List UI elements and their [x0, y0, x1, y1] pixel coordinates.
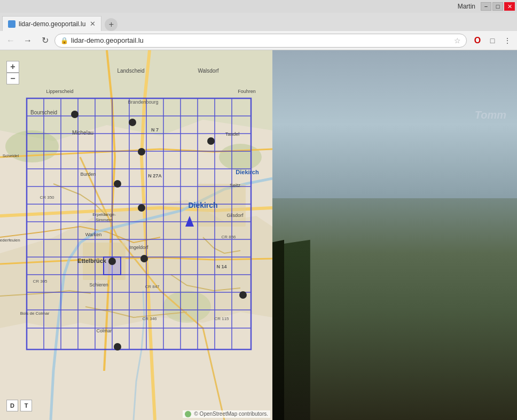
refresh-button[interactable]: ↻ [37, 33, 52, 48]
svg-point-41 [129, 119, 136, 126]
close-button[interactable]: ✕ [504, 2, 515, 11]
svg-text:Seitz: Seitz [230, 183, 241, 188]
maximize-button[interactable]: □ [492, 2, 503, 11]
svg-text:CR 847: CR 847 [145, 284, 160, 289]
svg-point-40 [71, 111, 79, 118]
svg-text:CR 856: CR 856 [221, 235, 236, 239]
bookmark-icon[interactable]: ☆ [454, 36, 461, 45]
svg-point-4 [219, 144, 262, 170]
svg-text:CR 305: CR 305 [33, 279, 48, 284]
tab-favicon [8, 20, 15, 28]
svg-text:CR 346: CR 346 [142, 316, 157, 321]
svg-text:Erpeldange-: Erpeldange- [92, 212, 116, 217]
svg-point-5 [163, 291, 211, 323]
svg-text:Landscheid: Landscheid [117, 68, 144, 74]
svg-point-49 [114, 343, 121, 351]
svg-point-47 [140, 255, 148, 262]
svg-text:Scheidel: Scheidel [3, 153, 19, 158]
tab-title: lidar-demo.geoportail.lu [19, 20, 85, 28]
main-content: POI: Éolienne POI: Station elec. eau for… [0, 50, 517, 420]
address-bar[interactable]: 🔒 lidar-demo.geoportail.lu ☆ [54, 34, 467, 48]
svg-point-46 [108, 258, 116, 265]
zoom-in-button[interactable]: + [6, 61, 19, 73]
svg-text:CR 115: CR 115 [214, 316, 229, 321]
user-name: Martin [458, 3, 475, 10]
map-btn-d[interactable]: D [6, 400, 18, 411]
svg-text:Walsdorf: Walsdorf [198, 68, 218, 74]
svg-text:Gilsdorf: Gilsdorf [226, 213, 244, 218]
nav-bar: ← → ↻ 🔒 lidar-demo.geoportail.lu ☆ O □ ⋮ [0, 31, 517, 50]
svg-text:N 7: N 7 [151, 127, 159, 133]
lock-icon: 🔒 [60, 37, 68, 44]
tab-close-button[interactable]: ✕ [90, 20, 96, 28]
map-attribution: © OpenStreetMap contributors. [183, 410, 270, 418]
svg-point-48 [239, 291, 247, 299]
new-tab-button[interactable]: + [105, 18, 118, 31]
map-btn-t[interactable]: T [20, 400, 32, 411]
svg-text:Bois de Colmar: Bois de Colmar [20, 311, 50, 316]
osm-logo [185, 411, 191, 417]
svg-text:Brandenbourg: Brandenbourg [128, 99, 158, 105]
svg-text:Schieren: Schieren [89, 282, 108, 287]
map-controls: + − [6, 61, 19, 84]
forward-button[interactable]: → [20, 33, 35, 48]
terrain-label-tomm: Tomm [475, 109, 506, 121]
svg-point-44 [114, 180, 121, 188]
active-tab[interactable]: lidar-demo.geoportail.lu ✕ [2, 16, 101, 31]
svg-text:Bourscheid: Bourscheid [30, 110, 57, 115]
svg-text:Diekirch: Diekirch [188, 201, 217, 209]
svg-text:N 27A: N 27A [148, 173, 162, 178]
svg-text:Diekirch: Diekirch [236, 169, 259, 175]
map-panel[interactable]: Landscheid Walsdorf Lipperscheid Fouhren… [0, 50, 272, 420]
minimize-button[interactable]: − [481, 2, 491, 11]
back-button[interactable]: ← [3, 33, 18, 48]
menu-button[interactable]: ⋮ [501, 34, 514, 47]
svg-point-43 [138, 148, 145, 155]
url-text: lidar-demo.geoportail.lu [71, 36, 454, 44]
title-bar: Martin − □ ✕ [0, 0, 517, 13]
svg-text:Fouhren: Fouhren [238, 89, 256, 94]
svg-text:Ingeldorf: Ingeldorf [129, 245, 148, 250]
browser-actions: O □ ⋮ [471, 34, 514, 47]
svg-text:Warken: Warken [85, 232, 102, 237]
svg-text:CR 350: CR 350 [40, 195, 54, 200]
svg-point-42 [207, 137, 215, 145]
svg-text:Simmern: Simmern [96, 217, 113, 222]
svg-text:Burden: Burden [80, 172, 96, 177]
map-logo-buttons: D T [6, 400, 32, 411]
extensions-icon[interactable]: □ [486, 34, 499, 47]
svg-text:Tandel: Tandel [225, 131, 240, 137]
attribution-text: © OpenStreetMap contributors. [194, 411, 268, 417]
zoom-out-button[interactable]: − [6, 73, 19, 84]
tab-bar: lidar-demo.geoportail.lu ✕ + [0, 13, 517, 31]
svg-text:Colmar: Colmar [96, 328, 112, 333]
map-background: Landscheid Walsdorf Lipperscheid Fouhren… [0, 50, 272, 420]
svg-text:Ettelbrück: Ettelbrück [77, 258, 107, 264]
map-svg: Landscheid Walsdorf Lipperscheid Fouhren… [0, 50, 272, 420]
svg-text:Niederfeulen: Niederfeulen [0, 238, 20, 243]
svg-text:Lipperscheid: Lipperscheid [46, 89, 73, 94]
svg-point-45 [138, 204, 145, 212]
svg-text:N 14: N 14 [216, 264, 226, 269]
opera-icon[interactable]: O [471, 34, 484, 47]
svg-text:Michelau: Michelau [72, 130, 93, 136]
